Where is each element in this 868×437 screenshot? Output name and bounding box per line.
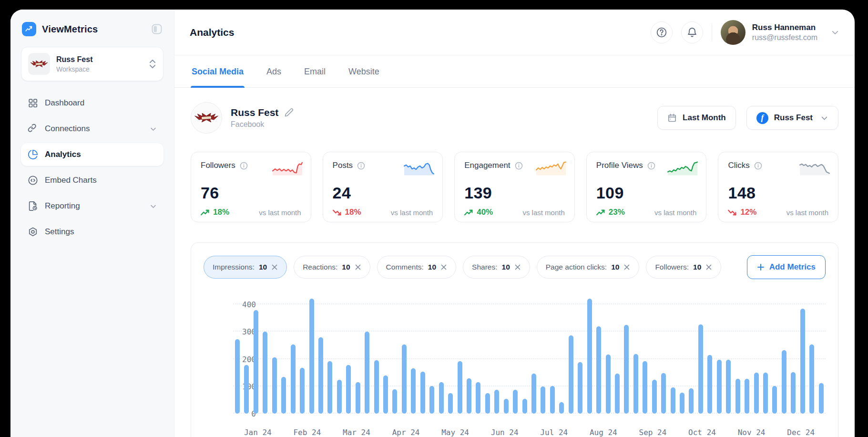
- sidebar-item-analytics[interactable]: Analytics: [21, 143, 163, 166]
- chart-bar[interactable]: [485, 393, 490, 414]
- chart-bar[interactable]: [356, 382, 360, 414]
- chart-bar[interactable]: [494, 390, 499, 414]
- chart-bar[interactable]: [448, 393, 453, 414]
- notifications-button[interactable]: [681, 21, 703, 43]
- user-menu[interactable]: Russ Hanneman russ@russfest.com: [721, 20, 839, 45]
- chart-bar[interactable]: [513, 390, 518, 414]
- chart-bar[interactable]: [606, 354, 611, 414]
- chart-bar[interactable]: [504, 399, 509, 414]
- chart-bar[interactable]: [578, 362, 582, 414]
- chart-bar[interactable]: [559, 402, 564, 414]
- chart-bar[interactable]: [327, 361, 332, 414]
- chart-bar[interactable]: [652, 380, 657, 414]
- tab-social-media[interactable]: Social Media: [191, 55, 245, 87]
- chart-bar[interactable]: [698, 324, 703, 414]
- chart-bar[interactable]: [272, 357, 277, 414]
- info-icon[interactable]: [357, 162, 365, 170]
- chart-bar[interactable]: [281, 377, 286, 414]
- chart-bar[interactable]: [819, 383, 824, 414]
- chart-bar[interactable]: [402, 344, 407, 414]
- chart-bar[interactable]: [791, 372, 796, 414]
- chart-bar[interactable]: [300, 368, 305, 414]
- chart-bar[interactable]: [337, 380, 342, 414]
- info-icon[interactable]: [240, 162, 248, 170]
- chart-bar[interactable]: [309, 299, 314, 414]
- add-metrics-button[interactable]: Add Metrics: [747, 255, 826, 279]
- chart-bar[interactable]: [429, 386, 434, 414]
- sidebar-item-dashboard[interactable]: Dashboard: [21, 92, 163, 114]
- tab-ads[interactable]: Ads: [266, 55, 282, 87]
- chart-bar[interactable]: [707, 355, 712, 414]
- chart-bar[interactable]: [392, 389, 397, 414]
- chart-bar[interactable]: [254, 310, 258, 414]
- help-button[interactable]: [651, 21, 673, 43]
- chart-bar[interactable]: [680, 393, 684, 414]
- remove-chip-icon[interactable]: [623, 264, 630, 271]
- chart-bar[interactable]: [374, 360, 379, 414]
- chart-bar[interactable]: [800, 309, 805, 414]
- tab-email[interactable]: Email: [303, 55, 327, 87]
- chart-bar[interactable]: [735, 379, 740, 414]
- chart-bar[interactable]: [754, 373, 759, 414]
- info-icon[interactable]: [754, 162, 762, 170]
- sidebar-collapse-icon[interactable]: [151, 23, 163, 35]
- chart-bar[interactable]: [633, 354, 638, 414]
- chart-bar[interactable]: [383, 375, 388, 414]
- info-icon[interactable]: [647, 162, 655, 170]
- chart-bar[interactable]: [596, 326, 601, 414]
- chart-bar[interactable]: [244, 365, 249, 414]
- chip-page-action-clicks[interactable]: Page action clicks: 10: [537, 256, 640, 279]
- chart-bar[interactable]: [291, 344, 296, 414]
- chart-bar[interactable]: [615, 374, 620, 414]
- chart-bar[interactable]: [643, 361, 647, 414]
- sidebar-item-connections[interactable]: Connections: [21, 117, 163, 140]
- chart-bar[interactable]: [411, 368, 416, 414]
- chart-bar[interactable]: [772, 386, 777, 414]
- chart-bar[interactable]: [624, 325, 629, 414]
- chart-bar[interactable]: [782, 350, 786, 414]
- chart-bar[interactable]: [365, 332, 369, 414]
- chart-bar[interactable]: [550, 386, 555, 414]
- chart-bar[interactable]: [745, 379, 749, 414]
- chart-bar[interactable]: [420, 372, 425, 414]
- sidebar-item-settings[interactable]: Settings: [21, 220, 163, 243]
- info-icon[interactable]: [515, 162, 523, 170]
- chart-bar[interactable]: [467, 378, 471, 414]
- remove-chip-icon[interactable]: [271, 264, 278, 271]
- chip-reactions[interactable]: Reactions: 10: [294, 256, 370, 279]
- chart-bar[interactable]: [809, 344, 814, 414]
- chart-bar[interactable]: [458, 361, 462, 414]
- remove-chip-icon[interactable]: [355, 264, 361, 271]
- chip-shares[interactable]: Shares: 10: [463, 256, 530, 279]
- workspace-switcher[interactable]: Russ Fest Workspace: [21, 47, 163, 81]
- chart-bar[interactable]: [263, 332, 267, 414]
- chip-impressions[interactable]: Impressions: 10: [204, 256, 287, 279]
- chart-bar[interactable]: [522, 399, 527, 414]
- chart-bar[interactable]: [671, 387, 675, 414]
- chart-bar[interactable]: [661, 373, 666, 414]
- chip-followers[interactable]: Followers: 10: [646, 256, 721, 279]
- chart-bar[interactable]: [587, 299, 592, 414]
- chart-bar[interactable]: [439, 382, 444, 414]
- chart-bar[interactable]: [689, 388, 694, 414]
- date-range-button[interactable]: Last Month: [657, 106, 736, 130]
- chart-bar[interactable]: [717, 360, 722, 414]
- sidebar-item-embed-charts[interactable]: Embed Charts: [21, 169, 163, 192]
- chart-bar[interactable]: [569, 335, 573, 414]
- chart-bar[interactable]: [318, 337, 323, 414]
- sidebar-item-reporting[interactable]: Reporting: [21, 195, 163, 218]
- chart-bar[interactable]: [726, 360, 731, 414]
- chart-bar[interactable]: [235, 339, 240, 414]
- chart-bar[interactable]: [763, 373, 768, 414]
- chart-bar[interactable]: [531, 374, 536, 414]
- edit-pencil-icon[interactable]: [284, 108, 294, 117]
- tab-website[interactable]: Website: [347, 55, 380, 87]
- chart-bar[interactable]: [541, 386, 545, 414]
- remove-chip-icon[interactable]: [440, 264, 447, 271]
- chart-bar[interactable]: [476, 382, 480, 414]
- chip-comments[interactable]: Comments: 10: [377, 256, 457, 279]
- remove-chip-icon[interactable]: [514, 264, 521, 271]
- account-select-button[interactable]: f Russ Fest: [746, 106, 838, 130]
- chart-bar[interactable]: [346, 365, 351, 414]
- remove-chip-icon[interactable]: [705, 264, 712, 271]
